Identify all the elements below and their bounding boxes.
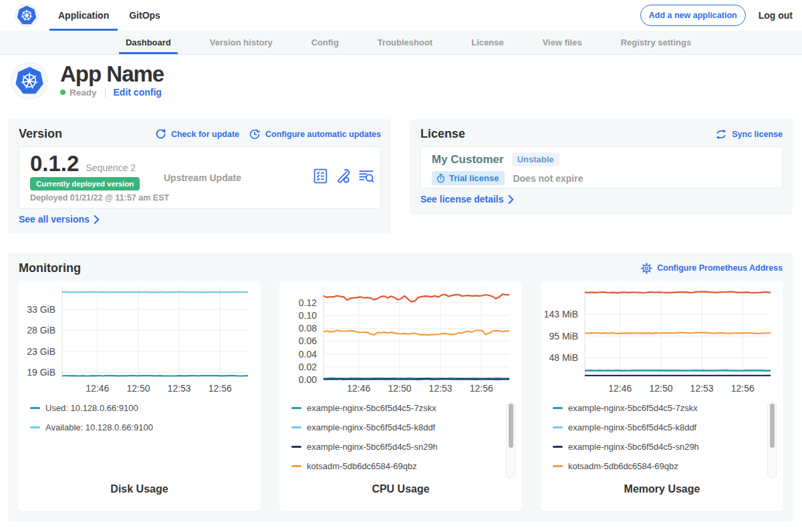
sync-license-link[interactable]: Sync license <box>715 129 783 140</box>
legend-scrollbar[interactable] <box>767 402 777 479</box>
legend-label: example-nginx-5bc6f5d4c5-k8ddf <box>307 422 435 432</box>
trial-clock-icon <box>436 174 445 183</box>
see-license-details-link[interactable]: See license details <box>420 194 783 205</box>
see-license-details-label: See license details <box>420 194 504 205</box>
svg-text:12:53: 12:53 <box>429 383 452 394</box>
cpu-usage-legend: example-nginx-5bc6f5d4c5-7zskxexample-ng… <box>291 398 499 476</box>
add-new-application-button[interactable]: Add a new application <box>640 5 746 26</box>
subnav-tab-license[interactable]: License <box>464 31 510 54</box>
version-sequence: Sequence 2 <box>86 162 136 173</box>
memory-usage-title: Memory Usage <box>541 483 783 495</box>
legend-item: example-nginx-5bc6f5d4c5-sn29h <box>553 437 761 456</box>
see-all-versions-link[interactable]: See all versions <box>19 214 381 225</box>
legend-label: example-nginx-5bc6f5d4c5-7zskx <box>307 403 436 413</box>
svg-text:12:53: 12:53 <box>690 383 714 394</box>
top-navbar: Application GitOps Add a new application… <box>0 0 802 31</box>
subnav-tab-version-history[interactable]: Version history <box>203 31 279 54</box>
configure-automatic-updates-link[interactable]: Configure automatic updates <box>249 128 381 140</box>
svg-text:0.00: 0.00 <box>299 374 317 385</box>
legend-item: example-nginx-5bc6f5d4c5-k8ddf <box>553 418 761 437</box>
legend-color-dash <box>553 407 563 409</box>
svg-text:12:50: 12:50 <box>388 383 411 394</box>
kubernetes-logo[interactable] <box>15 3 39 27</box>
legend-color-dash <box>30 426 40 428</box>
legend-scrollbar[interactable] <box>506 402 515 479</box>
edit-config-link[interactable]: Edit config <box>114 87 162 98</box>
disk-usage-legend: Used: 10.128.0.66:9100Available: 10.128.… <box>30 398 261 437</box>
cpu-usage-chart-card: 0.120.100.080.060.040.020.0012:4612:5012… <box>279 281 522 511</box>
main-nav-tabs: Application GitOps <box>48 0 170 31</box>
view-diff-icon[interactable] <box>358 168 375 187</box>
trial-license-label: Trial license <box>449 173 499 183</box>
version-card-title: Version <box>19 127 62 141</box>
memory-usage-chart-card: 143 MiB95 MiB48 MiB12:4612:5012:5312:56e… <box>541 281 783 511</box>
preflight-checks-icon[interactable] <box>312 168 329 187</box>
app-name-title: App Name <box>60 63 164 84</box>
chevron-right-icon <box>507 195 515 204</box>
deployed-timestamp: Deployed 01/21/22 @ 11:57 am EST <box>30 193 169 203</box>
disk-usage-plot: 33 GiB28 GiB23 GiB19 GiB12:4612:5012:531… <box>18 281 261 396</box>
license-expiry: Does not expire <box>513 173 583 184</box>
monitoring-title: Monitoring <box>19 261 81 275</box>
legend-color-dash <box>553 426 563 428</box>
logout-button[interactable]: Log out <box>759 10 793 21</box>
legend-item: kotsadm-5db6dc6584-69qbz <box>291 456 499 476</box>
legend-label: kotsadm-5db6dc6584-69qbz <box>568 461 678 471</box>
app-kubernetes-icon <box>15 66 44 96</box>
check-for-update-link[interactable]: Check for update <box>155 128 239 140</box>
svg-text:28 GiB: 28 GiB <box>27 325 55 336</box>
nav-tab-gitops[interactable]: GitOps <box>119 0 170 31</box>
schedule-update-icon <box>249 128 261 140</box>
legend-scrollbar-thumb[interactable] <box>509 404 513 448</box>
legend-item: example-nginx-5bc6f5d4c5-sn29h <box>291 437 499 456</box>
check-for-update-label: Check for update <box>171 130 239 139</box>
configure-prometheus-link[interactable]: Configure Prometheus Address <box>641 263 783 274</box>
configure-prometheus-label: Configure Prometheus Address <box>657 263 783 273</box>
legend-item: example-nginx-5bc6f5d4c5-7zskx <box>291 398 499 418</box>
legend-color-dash <box>553 465 563 467</box>
license-card: License Sync license My Customer Unstabl… <box>410 119 793 215</box>
svg-text:12:56: 12:56 <box>209 383 232 394</box>
customer-name: My Customer <box>432 153 504 166</box>
sync-icon <box>715 129 727 140</box>
subnav-tab-config[interactable]: Config <box>305 31 346 54</box>
svg-text:0.02: 0.02 <box>299 362 317 372</box>
subnav-tab-view-files[interactable]: View files <box>536 31 589 54</box>
chevron-right-icon <box>93 215 100 224</box>
legend-scrollbar-thumb[interactable] <box>770 404 775 448</box>
legend-color-dash <box>291 465 301 467</box>
legend-item: Available: 10.128.0.66:9100 <box>30 418 261 437</box>
legend-color-dash <box>291 426 301 428</box>
disk-usage-title: Disk Usage <box>18 483 261 495</box>
legend-color-dash <box>30 407 40 409</box>
upstream-update-label: Upstream Update <box>164 172 312 183</box>
refresh-icon <box>155 128 166 140</box>
configure-automatic-updates-label: Configure automatic updates <box>265 130 381 139</box>
channel-badge: Unstable <box>512 152 559 166</box>
legend-item: example-nginx-5bc6f5d4c5-k8ddf <box>291 418 499 437</box>
subnav-tab-dashboard[interactable]: Dashboard <box>119 31 178 54</box>
svg-text:0.12: 0.12 <box>299 297 317 308</box>
edit-config-icon[interactable] <box>335 168 352 187</box>
svg-text:19 GiB: 19 GiB <box>27 367 55 378</box>
svg-text:12:56: 12:56 <box>731 383 755 394</box>
license-card-title: License <box>420 127 465 141</box>
subnav-tab-troubleshoot[interactable]: Troubleshoot <box>371 31 439 54</box>
app-subnav: DashboardVersion historyConfigTroublesho… <box>0 31 802 55</box>
subnav-tab-registry-settings[interactable]: Registry settings <box>614 31 698 54</box>
license-box: My Customer Unstable Trial license Does … <box>420 146 783 188</box>
legend-color-dash <box>553 446 563 448</box>
app-header: App Name Ready Edit config <box>0 55 802 119</box>
app-icon <box>11 63 47 99</box>
legend-label: example-nginx-5bc6f5d4c5-7zskx <box>568 403 698 413</box>
cpu-usage-title: CPU Usage <box>279 483 522 495</box>
disk-usage-chart-card: 33 GiB28 GiB23 GiB19 GiB12:4612:5012:531… <box>18 281 261 511</box>
legend-item: kotsadm-5db6dc6584-69qbz <box>553 456 761 476</box>
svg-text:23 GiB: 23 GiB <box>27 346 55 357</box>
svg-text:33 GiB: 33 GiB <box>27 304 55 315</box>
legend-label: Available: 10.128.0.66:9100 <box>45 422 153 432</box>
svg-text:12:50: 12:50 <box>126 383 150 394</box>
legend-item: Used: 10.128.0.66:9100 <box>30 398 261 418</box>
svg-text:12:46: 12:46 <box>86 383 109 394</box>
nav-tab-application[interactable]: Application <box>48 0 119 31</box>
